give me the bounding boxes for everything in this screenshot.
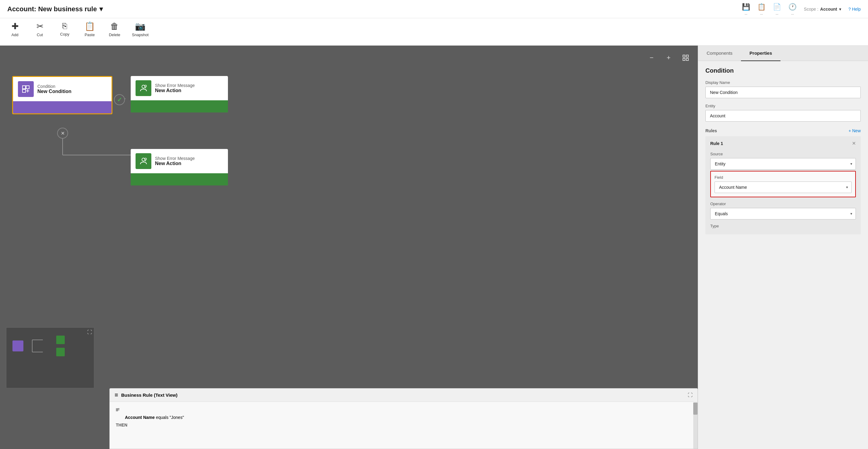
condition-node-title: New Condition [37, 89, 71, 94]
action-node-bottom-icon [135, 153, 151, 169]
mini-actions [56, 336, 65, 356]
svg-rect-11 [23, 89, 26, 92]
properties-tab[interactable]: Properties [741, 46, 780, 61]
publish-icon-btn[interactable]: 📄 ... [773, 3, 781, 15]
display-name-label: Display Name [705, 80, 861, 85]
rule-1-close-button[interactable]: ✕ [852, 141, 856, 146]
svg-rect-3 [686, 58, 688, 60]
svg-rect-10 [26, 86, 29, 89]
zoom-in-button[interactable]: + [662, 51, 675, 64]
copy-tool-button[interactable]: ⎘ Copy [57, 21, 72, 36]
page-title: Account: New business rule [7, 5, 97, 13]
scope-value[interactable]: Account [820, 7, 837, 11]
main-layout: − + [0, 46, 868, 449]
delete-tool-button[interactable]: 🗑 Delete [107, 21, 122, 37]
paste-tool-button[interactable]: 📋 Paste [82, 21, 97, 37]
action-node-top-bottom [131, 100, 228, 113]
panel-section-title: Condition [705, 67, 861, 74]
if-keyword: IF [116, 407, 119, 412]
field-label: Field [715, 175, 851, 180]
mini-action-1 [56, 336, 65, 344]
action-node-bottom-text: Show Error Message New Action [155, 156, 195, 166]
text-view-title: Business Rule (Text View) [121, 392, 178, 398]
cut-label: Cut [37, 32, 43, 37]
snapshot-icon: 📷 [135, 21, 146, 31]
connector-check-icon: ✓ [114, 94, 125, 105]
action-node-bottom[interactable]: Show Error Message New Action [131, 149, 228, 185]
rule-1-title: Rule 1 [710, 141, 723, 146]
panel-content: Condition Display Name Entity Rules + Ne… [698, 61, 868, 449]
scope-chevron-icon[interactable]: ▾ [839, 7, 841, 11]
connector-x-icon[interactable]: ✕ [57, 128, 68, 139]
rules-header: Rules + New [705, 128, 861, 133]
scope-section: Scope : Account ▾ [804, 7, 841, 11]
add-icon: ✚ [11, 21, 19, 31]
action-node-top-label: Show Error Message [155, 83, 195, 88]
cut-tool-button[interactable]: ✂ Cut [32, 21, 48, 37]
paste-label: Paste [85, 32, 95, 37]
fit-screen-button[interactable] [679, 51, 692, 64]
add-tool-button[interactable]: ✚ Add [7, 21, 23, 37]
scrollbar-thumb [693, 402, 698, 415]
zoom-out-button[interactable]: − [645, 51, 658, 64]
add-label: Add [11, 32, 18, 37]
mini-map-expand-icon[interactable]: ⛶ [87, 330, 92, 335]
text-view-panel: ≡ Business Rule (Text View) ⛶ IF Account… [110, 388, 698, 449]
source-label: Source [710, 152, 856, 156]
condition-node-icon [18, 81, 34, 97]
clock-icon-btn[interactable]: 🕐 ... [788, 3, 797, 15]
text-view-scrollbar[interactable] [693, 402, 698, 449]
svg-point-14 [142, 85, 145, 88]
svg-rect-2 [683, 58, 685, 60]
condition-node-bottom [13, 101, 112, 113]
action-node-top-title: New Action [155, 88, 195, 93]
snapshot-tool-button[interactable]: 📷 Snapshot [132, 21, 149, 37]
action-node-top-header: Show Error Message New Action [131, 76, 228, 100]
title-bar-right: 💾 ... 📋 ... 📄 ... 🕐 ... Scope : Account … [742, 3, 861, 15]
title-chevron-icon[interactable]: ▾ [99, 5, 103, 13]
account-name-highlight: Account Name [125, 415, 155, 420]
operator-select[interactable]: Equals [710, 208, 856, 219]
delete-icon: 🗑 [110, 21, 119, 31]
action-node-bottom-bottom [131, 173, 228, 185]
operator-select-wrapper: Equals ▾ [710, 208, 856, 219]
operator-label: Operator [710, 202, 856, 206]
snapshot-label: Snapshot [132, 32, 149, 37]
canvas-area[interactable]: − + [0, 46, 698, 449]
entity-input[interactable] [705, 110, 861, 122]
rule-card-header: Rule 1 ✕ [710, 141, 856, 146]
display-name-input[interactable] [705, 87, 861, 98]
type-label: Type [710, 224, 856, 228]
save-icon-btn[interactable]: 💾 ... [742, 3, 750, 15]
text-view-expand-icon[interactable]: ⛶ [688, 392, 693, 398]
copy-icon: ⎘ [62, 21, 67, 31]
source-select[interactable]: Entity [710, 158, 856, 170]
svg-rect-0 [683, 55, 685, 57]
action-node-top[interactable]: Show Error Message New Action [131, 76, 228, 113]
help-button[interactable]: ? Help [848, 7, 861, 11]
action-node-bottom-label: Show Error Message [155, 156, 195, 161]
action-node-top-text: Show Error Message New Action [155, 83, 195, 93]
text-view-header-left: ≡ Business Rule (Text View) [115, 392, 178, 398]
text-view-if-row: IF [116, 406, 691, 414]
mini-action-2 [56, 348, 65, 356]
rule-card-1: Rule 1 ✕ Source Entity ▾ Field Acc [705, 136, 861, 234]
validate-icon-btn[interactable]: 📋 ... [757, 3, 766, 15]
new-rule-button[interactable]: + New [848, 128, 861, 133]
type-section: Type [710, 224, 856, 228]
rules-label: Rules [705, 128, 717, 133]
right-panel: Components Properties Condition Display … [698, 46, 868, 449]
entity-label: Entity [705, 104, 861, 108]
text-view-header: ≡ Business Rule (Text View) ⛶ [110, 389, 698, 402]
components-tab[interactable]: Components [698, 46, 741, 61]
condition-node[interactable]: Condition New Condition [12, 76, 113, 114]
text-view-if-content: Account Name equals "Jones" [125, 415, 184, 420]
source-select-wrapper: Entity ▾ [710, 158, 856, 170]
svg-point-17 [142, 158, 145, 161]
delete-label: Delete [109, 32, 120, 37]
svg-rect-9 [23, 86, 26, 89]
field-select[interactable]: Account Name [715, 181, 851, 193]
copy-label: Copy [60, 32, 69, 36]
then-keyword: THEN [116, 423, 127, 427]
toolbar: ✚ Add ✂ Cut ⎘ Copy 📋 Paste 🗑 Delete 📷 Sn… [0, 18, 868, 46]
